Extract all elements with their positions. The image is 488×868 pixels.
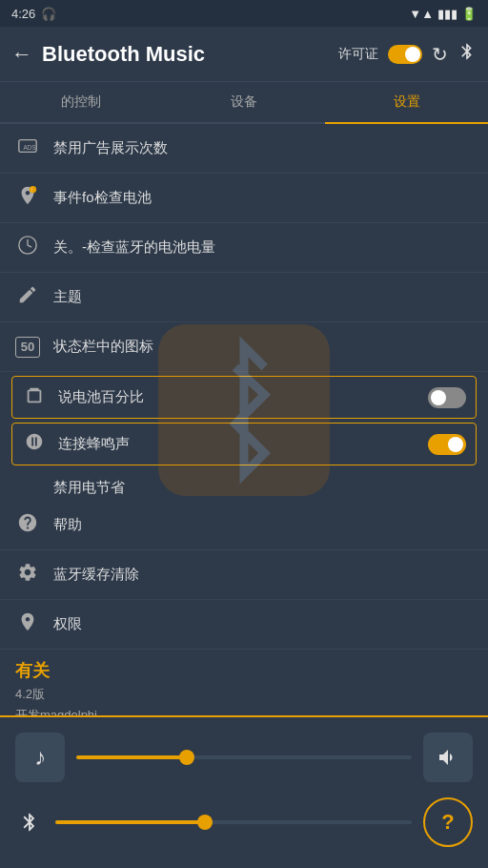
header-actions: 许可证 ↻ [338, 42, 477, 66]
menu-item-event[interactable]: ! 事件fo检查电池 [0, 174, 488, 223]
svg-text:!: ! [31, 188, 32, 193]
toggle-row-connect-beep[interactable]: 连接蜂鸣声 [11, 423, 477, 465]
menu-item-ads[interactable]: ADS 禁用广告展示次数 [0, 124, 488, 174]
permission-label: 许可证 [338, 46, 378, 63]
ads-label: 禁用广告展示次数 [53, 139, 473, 157]
wifi-icon: ▼▲ [409, 7, 434, 21]
bluetooth-header-icon[interactable] [458, 42, 477, 66]
bt-volume-thumb [197, 815, 213, 830]
permission-toggle[interactable] [388, 45, 422, 64]
battery-percent-icon [22, 384, 47, 410]
about-title: 有关 [15, 659, 473, 682]
connect-beep-label: 连接蜂鸣声 [58, 435, 417, 453]
music-player-row: ♪ [15, 733, 473, 782]
app-header: ← Bluetooth Music 许可证 ↻ [0, 27, 488, 82]
tab-settings[interactable]: 设置 [325, 82, 488, 122]
headphone-icon: 🎧 [41, 7, 56, 21]
settings-content: ADS 禁用广告展示次数 ! 事件fo检查电池 关。-检查蓝牙的电池电量 主题 … [0, 124, 488, 715]
music-volume-slider[interactable] [76, 755, 412, 759]
menu-item-help[interactable]: 帮助 [0, 501, 488, 550]
bt-player-icon [15, 812, 44, 833]
connect-beep-toggle[interactable] [428, 434, 466, 455]
help-label: 帮助 [53, 516, 473, 534]
status-bar: 4:26 🎧 ▼▲ ▮▮▮ 🔋 [0, 0, 488, 27]
ads-icon: ADS [15, 135, 40, 161]
theme-label: 主题 [53, 288, 473, 306]
menu-item-statusbar-icon[interactable]: 50 状态栏中的图标 [0, 322, 488, 372]
bt-volume-slider[interactable] [55, 820, 412, 824]
statusbar-icon-label: 状态栏中的图标 [53, 338, 473, 356]
bt-player-row: ? [15, 797, 473, 847]
toggle-row-battery-percent[interactable]: 说电池百分比 [11, 376, 477, 419]
status-time: 4:26 [11, 7, 35, 21]
bt-volume-fill [55, 820, 205, 824]
menu-item-permissions[interactable]: 权限 [0, 600, 488, 650]
event-icon: ! [15, 185, 40, 211]
permissions-icon [15, 611, 40, 637]
help-circle-button[interactable]: ? [423, 797, 473, 847]
music-note-button[interactable]: ♪ [15, 733, 65, 782]
music-volume-thumb [179, 750, 194, 765]
help-circle-icon: ? [441, 810, 454, 835]
about-section: 有关 4.2版 开发magdelphi [0, 650, 488, 715]
battery-percent-label: 说电池百分比 [58, 388, 417, 406]
bt-cache-label: 蓝牙缓存清除 [53, 566, 473, 584]
about-dev: 开发magdelphi [15, 707, 473, 715]
battery-percent-toggle[interactable] [428, 387, 466, 408]
status-right: ▼▲ ▮▮▮ 🔋 [409, 7, 477, 21]
music-note-icon: ♪ [34, 744, 46, 771]
statusbar-icon-icon: 50 [15, 337, 40, 358]
back-button[interactable]: ← [11, 42, 32, 67]
bottom-player: ♪ ? [0, 715, 488, 868]
permissions-label: 权限 [53, 615, 473, 633]
refresh-icon[interactable]: ↻ [432, 43, 448, 66]
svg-text:ADS: ADS [23, 144, 35, 151]
tab-devices[interactable]: 设备 [163, 82, 326, 122]
section-power-save: 禁用电节省 [0, 469, 488, 501]
about-version: 4.2版 [15, 686, 473, 703]
page-title: Bluetooth Music [42, 42, 338, 67]
volume-button[interactable] [423, 733, 473, 782]
menu-item-theme[interactable]: 主题 [0, 273, 488, 322]
tab-bar: 的控制 设备 设置 [0, 82, 488, 124]
connect-beep-icon [22, 431, 47, 457]
signal-icon: ▮▮▮ [437, 7, 458, 21]
music-volume-fill [76, 755, 187, 759]
help-icon [15, 512, 40, 538]
tab-controls[interactable]: 的控制 [0, 82, 163, 122]
event-label: 事件fo检查电池 [53, 189, 473, 207]
menu-item-battery-check[interactable]: 关。-检查蓝牙的电池电量 [0, 223, 488, 273]
bt-cache-icon [15, 562, 40, 588]
battery-check-label: 关。-检查蓝牙的电池电量 [53, 238, 473, 257]
status-left: 4:26 🎧 [11, 7, 56, 21]
menu-item-bt-cache[interactable]: 蓝牙缓存清除 [0, 550, 488, 600]
theme-icon [15, 284, 40, 310]
battery-check-icon [15, 235, 40, 260]
battery-icon: 🔋 [461, 7, 477, 21]
